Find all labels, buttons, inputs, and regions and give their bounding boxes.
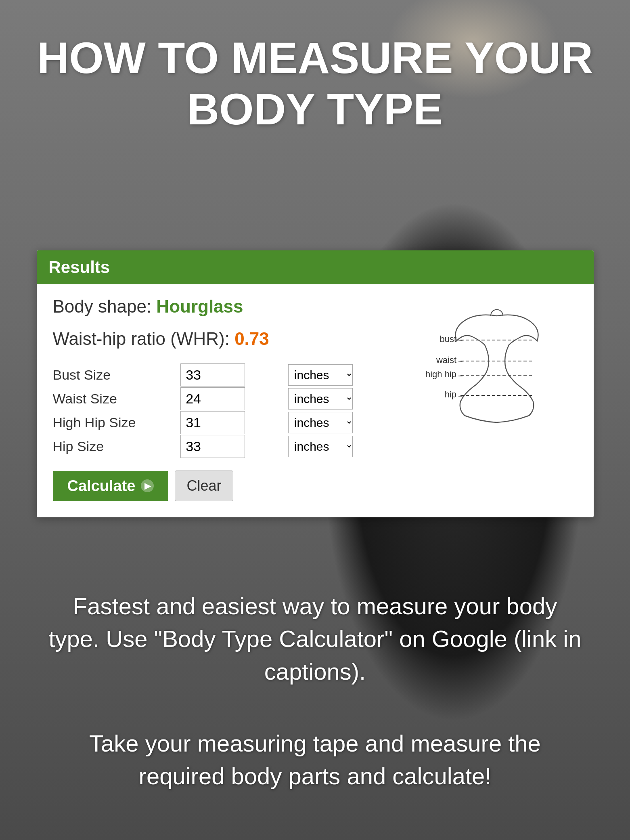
body-diagram-svg: bust waist high hip hip: [420, 304, 573, 434]
bust-size-unit[interactable]: inchescm: [288, 364, 353, 386]
bust-size-input[interactable]: [180, 363, 245, 386]
body-shape-value: Hourglass: [156, 296, 243, 316]
calculator-card: Results Body shape: Hourglass Waist-hip …: [37, 250, 594, 517]
svg-text:bust: bust: [440, 334, 456, 344]
hip-size-unit[interactable]: inchescm: [288, 436, 353, 457]
whr-label: Waist-hip ratio (WHR):: [53, 329, 230, 349]
calculate-button[interactable]: Calculate ▶: [53, 471, 169, 501]
high-hip-size-label: High Hip Size: [53, 411, 181, 435]
measurement-form: Bust Size inchescm Waist Size inchescm H…: [53, 363, 392, 458]
results-header: Results: [37, 250, 594, 284]
waist-size-input[interactable]: [180, 387, 245, 410]
body-shape-line: Body shape: Hourglass: [53, 296, 392, 317]
clear-button[interactable]: Clear: [175, 470, 233, 501]
waist-size-label: Waist Size: [53, 387, 181, 411]
whr-value: 0.73: [234, 329, 269, 349]
high-hip-size-input[interactable]: [180, 411, 245, 434]
high-hip-size-unit[interactable]: inchescm: [288, 412, 353, 433]
body-diagram: bust waist high hip hip: [416, 296, 578, 434]
svg-text:hip: hip: [444, 389, 456, 399]
results-left: Body shape: Hourglass Waist-hip ratio (W…: [53, 296, 392, 501]
hip-size-label: Hip Size: [53, 435, 181, 458]
bust-size-label: Bust Size: [53, 363, 181, 387]
svg-text:high hip: high hip: [425, 369, 456, 379]
whr-line: Waist-hip ratio (WHR): 0.73: [53, 329, 392, 349]
waist-size-unit[interactable]: inchescm: [288, 388, 353, 410]
svg-text:waist: waist: [435, 355, 456, 365]
bottom-text-1: Fastest and easiest way to measure your …: [0, 590, 630, 688]
page-title: HOW TO MEASURE YOUR BODY TYPE: [0, 32, 630, 134]
button-row: Calculate ▶ Clear: [53, 470, 392, 501]
play-icon: ▶: [141, 479, 154, 492]
body-shape-label: Body shape:: [53, 296, 152, 316]
hip-size-input[interactable]: [180, 435, 245, 458]
results-body: Body shape: Hourglass Waist-hip ratio (W…: [37, 284, 594, 517]
calculate-label: Calculate: [67, 477, 136, 495]
bottom-text-2: Take your measuring tape and measure the…: [0, 727, 630, 792]
